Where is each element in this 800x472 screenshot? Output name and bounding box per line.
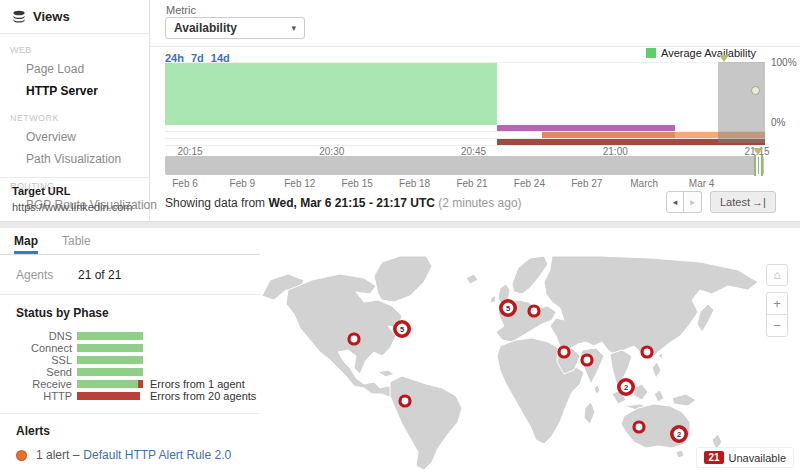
- map-marker-grouped[interactable]: 2: [619, 380, 633, 394]
- date-tick: Feb 24: [514, 178, 545, 189]
- phase-row-receive: ReceiveErrors from 1 agent: [0, 378, 260, 390]
- selection-drag-handle[interactable]: [751, 86, 760, 95]
- views-title: Views: [33, 9, 70, 24]
- map-marker[interactable]: [559, 347, 569, 357]
- time-pager: ◂ ▸: [666, 191, 702, 213]
- alerts-title: Alerts: [0, 414, 260, 445]
- tab-table[interactable]: Table: [62, 228, 91, 254]
- legend-swatch: [646, 48, 656, 58]
- alert-strip-row: [165, 125, 765, 132]
- arrow-left-icon: ◂: [673, 197, 678, 207]
- caret-down-icon: ▾: [291, 23, 296, 33]
- sidebar-item-http-server[interactable]: HTTP Server: [0, 80, 149, 102]
- phase-rows: DNSConnectSSLSendReceiveErrors from 1 ag…: [0, 330, 260, 402]
- map-marker[interactable]: [529, 306, 539, 316]
- map-marker-grouped[interactable]: 2: [672, 427, 686, 441]
- previous-round-button[interactable]: ◂: [666, 191, 684, 213]
- phase-row-dns: DNS: [0, 330, 260, 342]
- latest-button[interactable]: Latest →|: [710, 191, 776, 213]
- marker-count-label: 2: [624, 383, 628, 392]
- alert-rule-link[interactable]: Default HTTP Alert Rule 2.0: [83, 448, 231, 462]
- phase-label: Send: [6, 366, 77, 378]
- date-tick: March: [630, 178, 658, 189]
- map-marker[interactable]: [349, 334, 359, 344]
- map-marker-grouped[interactable]: 5: [501, 301, 515, 315]
- map-home-button[interactable]: ⌂: [766, 264, 788, 286]
- phase-row-connect: Connect: [0, 342, 260, 354]
- alert-strip-segment: [497, 125, 675, 131]
- phase-label: Receive: [6, 378, 77, 390]
- alert-strips: [165, 125, 765, 146]
- date-tick: Feb 9: [230, 178, 256, 189]
- phase-label: DNS: [6, 330, 77, 342]
- map-marker[interactable]: [642, 347, 652, 357]
- phase-bar: [77, 368, 143, 376]
- alert-strip-row: [165, 132, 765, 139]
- next-round-button[interactable]: ▸: [684, 191, 702, 213]
- alert-count-text: 1 alert –: [36, 448, 79, 462]
- view-tabbar: Map Table: [0, 228, 800, 255]
- map-marker-grouped[interactable]: 5: [395, 322, 409, 336]
- results-panel: Map Table Agents 21 of 21 Status by Phas…: [0, 228, 800, 472]
- plus-icon: +: [773, 296, 781, 311]
- status-prefix: Showing data from: [165, 196, 268, 210]
- phase-bar: [77, 332, 143, 340]
- metric-dropdown[interactable]: Availability ▾: [165, 17, 305, 39]
- zoom-out-button[interactable]: −: [767, 315, 787, 336]
- timeline-panel: Views WEBPage LoadHTTP ServerNETWORKOver…: [0, 0, 800, 222]
- status-ago: (2 minutes ago): [435, 196, 522, 210]
- phase-label: SSL: [6, 354, 77, 366]
- date-tick: Feb 18: [399, 178, 430, 189]
- alert-row[interactable]: 1 alert – Default HTTP Alert Rule 2.0: [0, 445, 260, 465]
- date-tick: Feb 6: [172, 178, 198, 189]
- phase-label: HTTP: [6, 390, 77, 402]
- agents-label: Agents: [16, 268, 78, 294]
- target-url-box: Target URL https://www.linkedin.com: [0, 177, 149, 221]
- date-tick: Feb 21: [456, 178, 487, 189]
- date-axis-ticks: Feb 6Feb 9Feb 12Feb 15Feb 18Feb 21Feb 24…: [165, 178, 765, 190]
- date-tick: Feb 27: [571, 178, 602, 189]
- unavailable-count-badge: 21: [704, 451, 723, 464]
- world-map[interactable]: 5522 ⌂ + − 21 Unavailable: [260, 254, 800, 472]
- alert-strip-segment: [542, 132, 675, 138]
- phase-error-note: Errors from 1 agent: [150, 378, 245, 390]
- zoom-in-button[interactable]: +: [767, 293, 787, 315]
- alert-status-icon: [16, 450, 27, 461]
- metric-selected-value: Availability: [174, 21, 237, 35]
- agents-row: Agents 21 of 21: [0, 254, 260, 295]
- phase-row-ssl: SSL: [0, 354, 260, 366]
- date-tick: Mar 4: [689, 178, 715, 189]
- map-legend: 21 Unavailable: [696, 447, 794, 468]
- status-by-phase-title: Status by Phase: [0, 295, 260, 330]
- brush-handle-icon: [753, 148, 763, 155]
- map-marker[interactable]: [400, 396, 410, 406]
- map-zoom-controls: + −: [766, 292, 788, 337]
- views-sidebar: Views WEBPage LoadHTTP ServerNETWORKOver…: [0, 0, 150, 221]
- sidebar-item-path-visualization[interactable]: Path Visualization: [0, 148, 149, 170]
- map-marker[interactable]: [634, 422, 644, 432]
- agents-count: 21 of 21: [78, 268, 121, 294]
- nav-section-heading-web: WEB: [0, 34, 149, 58]
- map-marker[interactable]: [582, 355, 592, 365]
- date-brush-track[interactable]: [165, 156, 764, 175]
- phase-bar: [77, 344, 143, 352]
- chart-legend: Average Availability: [646, 47, 756, 59]
- sidebar-item-page-load[interactable]: Page Load: [0, 58, 149, 80]
- time-selection-overlay[interactable]: [718, 62, 765, 143]
- availability-plot[interactable]: [165, 62, 765, 126]
- selection-handle-icon[interactable]: [719, 55, 729, 62]
- target-url-label: Target URL: [12, 185, 137, 197]
- showing-data-status: Showing data from Wed, Mar 6 21:15 - 21:…: [165, 196, 522, 210]
- metric-label: Metric: [166, 4, 196, 16]
- sidebar-item-overview[interactable]: Overview: [0, 126, 149, 148]
- minus-icon: −: [773, 318, 781, 333]
- phase-bar: [77, 356, 143, 364]
- home-icon: ⌂: [773, 268, 780, 282]
- views-header: Views: [0, 0, 149, 34]
- phase-bar: [77, 392, 143, 400]
- chart-area: Metric Availability ▾ 24h7d14d Average A…: [150, 0, 800, 222]
- brush-handle[interactable]: [754, 155, 763, 176]
- tab-map[interactable]: Map: [14, 228, 38, 254]
- y-axis-min: 0%: [771, 117, 785, 128]
- phase-row-http: HTTPErrors from 20 agents: [0, 390, 260, 402]
